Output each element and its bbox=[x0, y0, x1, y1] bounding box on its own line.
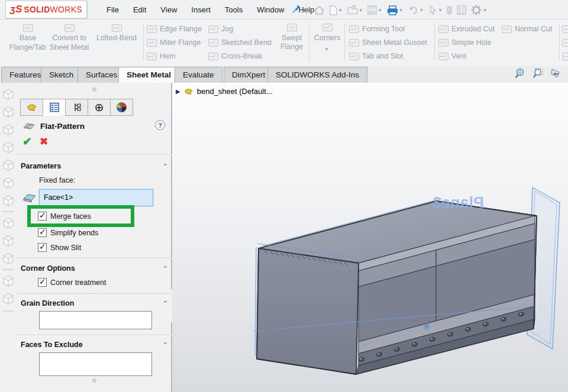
tab-display-manager[interactable] bbox=[110, 99, 133, 116]
show-slit-checkbox[interactable] bbox=[38, 243, 47, 252]
options-button[interactable]: ▾ bbox=[469, 2, 489, 18]
simplify-bends-checkbox-row[interactable]: Simplify bends bbox=[38, 228, 98, 237]
dropdown-caret[interactable]: ▾ bbox=[420, 7, 423, 13]
tab-sketch[interactable]: Sketch bbox=[41, 67, 82, 83]
miter-flange-button[interactable]: Miter Flange bbox=[147, 37, 202, 48]
dropdown-caret[interactable]: ▾ bbox=[360, 7, 363, 13]
properties-button[interactable] bbox=[455, 3, 468, 17]
collapse-chevron-icon[interactable]: ⌃ bbox=[163, 300, 168, 307]
open-button[interactable]: ▾ bbox=[346, 3, 365, 17]
simple-hole-button[interactable]: Simple Hole bbox=[438, 37, 495, 48]
display-tool-icons[interactable] bbox=[4, 276, 13, 304]
pin-menu-button[interactable] bbox=[291, 3, 303, 15]
forming-tool-button[interactable]: Forming Tool bbox=[349, 23, 427, 35]
view-orientation-icons[interactable] bbox=[4, 89, 13, 206]
sketch-tool-icons[interactable] bbox=[4, 218, 13, 264]
help-button[interactable]: ? bbox=[155, 120, 165, 130]
zoom-to-area-icon[interactable] bbox=[531, 67, 544, 80]
section-view-icon[interactable] bbox=[549, 67, 562, 80]
new-document-button[interactable]: ▾ bbox=[327, 3, 344, 18]
tab-dimxpert[interactable]: DimXpert bbox=[224, 67, 273, 83]
graphics-viewport[interactable]: ▶ bend_sheet (Default... bbox=[172, 83, 568, 392]
tab-configuration-manager[interactable] bbox=[65, 99, 88, 116]
dropdown-caret[interactable]: ▾ bbox=[379, 7, 382, 13]
vent-button[interactable]: Vent bbox=[438, 50, 495, 62]
merge-faces-checkbox[interactable] bbox=[38, 212, 47, 221]
show-slit-checkbox-row[interactable]: Show Slit bbox=[38, 243, 81, 252]
feature-title: Flat-Pattern bbox=[40, 122, 85, 131]
command-manager-tabs: Features Sketch Surfaces Sheet Metal Eva… bbox=[0, 66, 568, 83]
tab-solidworks-add-ins[interactable]: SOLIDWORKS Add-Ins bbox=[267, 67, 367, 83]
tab-dimxpert-manager[interactable]: ⊕ bbox=[88, 99, 111, 116]
button-label: Base bbox=[20, 33, 37, 43]
corner-treatment-checkbox-row[interactable]: Corner treatment bbox=[38, 278, 106, 287]
lofted-bend-button[interactable]: Lofted-Bend bbox=[93, 22, 140, 63]
save-button[interactable]: ▾ bbox=[366, 3, 384, 17]
home-button[interactable] bbox=[312, 3, 326, 18]
sketched-bend-button[interactable]: Sketched Bend bbox=[208, 37, 272, 48]
dropdown-caret[interactable]: ▾ bbox=[339, 7, 342, 13]
menu-view[interactable]: View bbox=[153, 0, 184, 20]
panel-grip[interactable] bbox=[92, 88, 96, 92]
solidworks-logo[interactable]: ʒS SOLID WORKS bbox=[5, 1, 87, 18]
dropdown-caret[interactable]: ▾ bbox=[483, 7, 486, 13]
tab-property-manager[interactable] bbox=[43, 99, 66, 116]
grain-direction-section-header[interactable]: Grain Direction ⌃ bbox=[21, 298, 168, 309]
dropdown-caret[interactable]: ▾ bbox=[439, 7, 442, 13]
zoom-to-fit-icon[interactable] bbox=[514, 67, 527, 80]
ok-button[interactable]: ✔ bbox=[22, 135, 32, 148]
tab-feature-manager[interactable] bbox=[20, 99, 43, 116]
swept-flange-button[interactable]: Swept Flange bbox=[277, 22, 306, 51]
clipped-button[interactable] bbox=[562, 50, 568, 62]
menu-window[interactable]: Window bbox=[250, 0, 291, 20]
clipped-button[interactable] bbox=[562, 23, 568, 35]
sheet-metal-gusset-button[interactable]: Sheet Metal Gusset bbox=[349, 37, 427, 48]
simplify-bends-checkbox[interactable] bbox=[38, 228, 47, 237]
extruded-cut-button[interactable]: Extruded Cut bbox=[438, 23, 495, 35]
menu-file[interactable]: File bbox=[99, 0, 126, 20]
button-label: Edge Flange bbox=[160, 25, 202, 33]
flyout-feature-tree[interactable]: ▶ bend_sheet (Default... bbox=[176, 87, 273, 96]
collapse-chevron-icon[interactable]: ⌃ bbox=[163, 341, 168, 349]
model-canvas[interactable]: Plane3 bbox=[172, 83, 568, 392]
clipped-tools-column bbox=[562, 23, 568, 62]
scroll-button[interactable] bbox=[445, 3, 454, 18]
menu-insert[interactable]: Insert bbox=[184, 0, 218, 20]
tab-and-slot-button[interactable]: Tab and Slot bbox=[349, 50, 427, 62]
faces-to-exclude-selection-box[interactable] bbox=[39, 352, 152, 376]
grain-direction-selection-box[interactable] bbox=[39, 311, 152, 329]
plane-label[interactable]: Plane3 bbox=[433, 194, 484, 212]
ribbon-divider bbox=[559, 23, 560, 61]
cancel-button[interactable]: ✖ bbox=[40, 135, 48, 148]
menu-edit[interactable]: Edit bbox=[126, 0, 153, 20]
select-button[interactable]: ▾ bbox=[427, 3, 444, 17]
merge-faces-checkbox-row[interactable]: Merge faces bbox=[38, 212, 91, 221]
tab-sheet-metal[interactable]: Sheet Metal bbox=[118, 67, 179, 83]
jog-button[interactable]: Jog bbox=[208, 23, 272, 35]
edge-flange-button[interactable]: Edge Flange bbox=[147, 23, 202, 35]
menu-tools[interactable]: Tools bbox=[218, 0, 250, 20]
collapse-chevron-icon[interactable]: ⌃ bbox=[163, 265, 168, 273]
clipped-button[interactable] bbox=[562, 37, 568, 48]
dropdown-caret[interactable]: ▾ bbox=[400, 7, 403, 13]
tab-evaluate[interactable]: Evaluate bbox=[175, 67, 222, 83]
properties-list-icon bbox=[456, 4, 467, 16]
print-button[interactable]: ▾ bbox=[385, 3, 405, 18]
hem-button[interactable]: Hem bbox=[147, 50, 202, 62]
undo-button[interactable]: ▾ bbox=[406, 3, 425, 17]
cross-break-button[interactable]: Cross-Break bbox=[208, 50, 272, 62]
base-flange-tab-button[interactable]: Base Flange/Tab bbox=[5, 22, 51, 63]
expand-arrow-icon[interactable]: ▶ bbox=[176, 88, 180, 95]
corners-button[interactable]: Corners ▾ bbox=[311, 22, 343, 54]
fixed-face-selection-box[interactable]: Face<1> bbox=[39, 189, 153, 206]
convert-to-sheet-metal-button[interactable]: Convert to Sheet Metal bbox=[46, 22, 92, 63]
corner-treatment-checkbox[interactable] bbox=[38, 278, 47, 287]
corner-options-section-header[interactable]: Corner Options ⌃ bbox=[21, 263, 168, 274]
parameters-section-header[interactable]: Parameters ⌃ bbox=[21, 161, 168, 171]
faces-to-exclude-section-header[interactable]: Faces To Exclude ⌃ bbox=[21, 339, 168, 350]
collapse-chevron-icon[interactable]: ⌃ bbox=[163, 163, 168, 170]
normal-cut-button[interactable]: Normal Cut bbox=[502, 23, 552, 35]
corners-dropdown-caret[interactable]: ▾ bbox=[325, 45, 328, 54]
panel-grip[interactable] bbox=[92, 378, 96, 383]
model-end-cap[interactable] bbox=[257, 248, 359, 374]
